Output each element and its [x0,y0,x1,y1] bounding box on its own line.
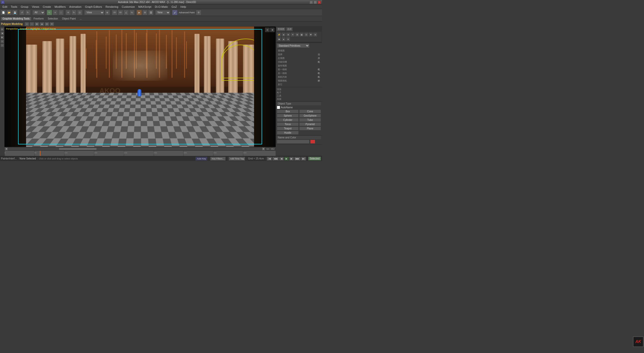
scale-button[interactable]: ⊡ [77,10,83,15]
open-button[interactable]: 📂 [6,10,12,15]
btn-tube[interactable]: Tube [299,118,321,122]
auto-key-button[interactable]: Auto Key [195,157,208,161]
maximize-viewport-button[interactable]: ⊡ [265,28,270,32]
window-controls[interactable]: − □ × [309,1,321,4]
btn-box[interactable]: Box [277,110,299,113]
viewport[interactable]: AKOO Perspective - Smooth + Highlights +… [5,27,276,147]
scroll-thumb[interactable] [59,148,97,150]
freeform-tab[interactable]: Freeform [32,17,45,20]
menu-goz[interactable]: GoZ [170,5,178,9]
left-btn-2[interactable]: ◀ [1,32,4,35]
undo-button[interactable]: ↺ [19,10,25,15]
ri-btn-2[interactable]: ◈ [281,32,286,37]
zoom-extents-button[interactable]: ⊞ [270,28,275,32]
scroll-track[interactable] [8,148,262,150]
poly-btn-close[interactable]: ✕ [50,22,54,26]
ri-btn-4[interactable]: ✦ [290,32,295,37]
snap-3d-button[interactable]: 3D [118,10,123,15]
color-swatch[interactable] [310,140,315,144]
next-frame-button[interactable]: ▶▶ [294,157,301,161]
scroll-right-button[interactable]: ▶ [262,147,265,151]
menu-graph-editors[interactable]: Graph Editors [84,5,104,9]
next-key-button[interactable]: ▶ [289,157,294,161]
btn-torus[interactable]: Torus [277,122,299,126]
selection-tab[interactable]: Selection [46,17,59,20]
render-setup-button[interactable]: ⚙ [142,10,148,15]
pivot-button[interactable]: ⊕ [105,10,110,15]
ri-btn-6[interactable]: ▦ [299,32,304,37]
rotate-button[interactable]: ↻ [71,10,77,15]
menu-rendering[interactable]: Rendering [104,5,120,9]
key-filters-button[interactable]: Key Filters... [210,157,226,161]
poly-btn-3[interactable]: ⊞ [35,22,39,26]
select-name-button[interactable]: ≡ [52,10,58,15]
standard-primitives-dropdown[interactable]: Standard Primitives [277,43,309,48]
btn-hustle[interactable]: Hustle [277,131,299,135]
right-tab-view[interactable]: 透视图 [276,27,286,31]
left-btn-5[interactable]: − [1,44,4,47]
minimize-button[interactable]: − [309,1,313,4]
ri-btn-7[interactable]: ⊡ [304,32,308,37]
new-button[interactable]: 📄 [1,10,6,15]
ri-btn-5[interactable]: ⊞ [295,32,299,37]
play-button[interactable]: |◀ [267,157,272,161]
maximize-button[interactable]: □ [313,1,317,4]
ri-btn-9[interactable]: ⊛ [313,32,317,37]
close-button[interactable]: × [317,1,321,4]
menu-customize[interactable]: Customize [120,5,136,9]
ri-btn-12[interactable]: ● [286,37,290,41]
menu-tools[interactable]: Tools [9,5,19,9]
btn-plane[interactable]: Plane [299,127,321,130]
menu-create[interactable]: Create [41,5,52,9]
snap-2d-button[interactable]: 2D [112,10,117,15]
end-button[interactable]: ▶| [301,157,306,161]
menu-animation[interactable]: Animation [68,5,83,9]
more-tab[interactable]: ... [78,17,83,20]
scroll-left-button[interactable]: ◀ [5,147,8,151]
prev-key-button[interactable]: ◀ [279,157,284,161]
poly-btn-2[interactable]: ▫ [30,22,34,26]
angle-snap-button[interactable]: ∠ [123,10,129,15]
reference-dropdown[interactable]: All [32,10,45,15]
left-btn-4[interactable]: + [1,40,4,43]
poly-btn-4[interactable]: ◈ [40,22,44,26]
btn-sphere[interactable]: Sphere [277,114,299,118]
btn-pyramid[interactable]: Pyramid [299,122,321,126]
btn-cylinder[interactable]: Cylinder [277,118,299,122]
prev-frame-button[interactable]: ◀◀ [272,157,279,161]
object-paint-tab[interactable]: Object Paint [60,17,77,20]
render-button[interactable]: ▶ [136,10,142,15]
paint-options-button[interactable]: ⚙ [196,10,201,15]
timeline-track[interactable]: 0 50 100 150 200 250 300 350 400 [5,151,276,156]
btn-teapot[interactable]: Teapot [277,127,299,130]
left-btn-3[interactable]: ▶ [1,36,4,39]
graphite-modeling-tab[interactable]: Graphite Modeling Tools [1,17,31,20]
percent-snap-button[interactable]: % [129,10,135,15]
timeline[interactable]: 0 50 100 150 200 250 300 350 400 [5,150,276,156]
object-name-input[interactable] [277,140,309,144]
view-dropdown[interactable]: New [155,10,170,15]
paint-brush-button[interactable]: 🖌 [172,10,178,15]
coord-dropdown[interactable]: View [84,10,104,15]
save-button[interactable]: 💾 [12,10,18,15]
select-button[interactable]: ↖ [47,10,52,15]
menu-di-o-matic[interactable]: Di-O-Matic [153,5,170,9]
add-time-tag-button[interactable]: Add Time Tag [228,157,245,161]
btn-cone[interactable]: Cone [299,110,321,113]
autoname-checkbox[interactable] [277,106,280,109]
ri-btn-3[interactable]: ⊕ [286,32,290,37]
ri-btn-1[interactable]: ⚡ [277,32,281,37]
play-anim-button[interactable]: ▶ [284,157,289,161]
move-button[interactable]: ✛ [65,10,71,15]
menu-help[interactable]: Help [179,5,188,9]
menu-edit[interactable]: Edit [1,5,9,9]
ri-btn-10[interactable]: ◆ [277,37,281,41]
menu-maxscript[interactable]: MAXScript [137,5,153,9]
ri-btn-11[interactable]: ▲ [281,37,286,41]
btn-geosphere[interactable]: GeoSphere [299,114,321,118]
poly-btn-1[interactable]: ▪ [25,22,29,26]
ri-btn-8[interactable]: ✚ [308,32,313,37]
redo-button[interactable]: ↻ [25,10,31,15]
poly-btn-5[interactable]: ⊡ [45,22,49,26]
right-tab-select[interactable]: 选择 [286,27,293,31]
